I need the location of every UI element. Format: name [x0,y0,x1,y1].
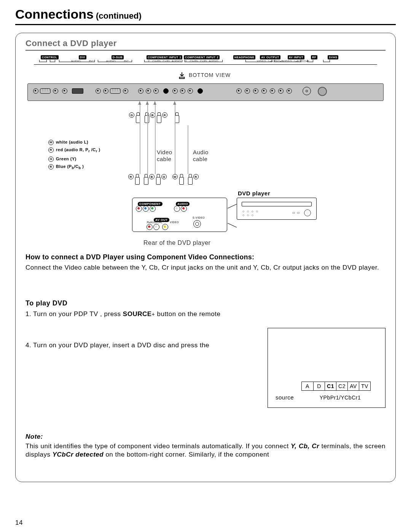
page-heading: Connections (continued) [15,7,396,25]
dvd-unit-illustration: ○ ○ ○ ○○ ○ ○ ▭ ▭ [237,198,317,220]
howto-text: Connect the Video cable between the Y, C… [25,264,386,272]
upper-plugs: G BR [129,112,180,125]
howto-section: How to connect a DVD Player using Compon… [25,253,386,272]
play-step-1: 1. Turn on your PDP TV , press SOURCE+ b… [25,310,386,318]
note-title: Note: [25,433,386,441]
note-text: This unit identifies the type of compone… [25,442,386,459]
source-cell: AV [347,382,359,390]
howto-title: How to connect a DVD Player using Compon… [25,253,386,261]
lower-plugs: R BG W R [128,174,199,186]
play-title: To play DVD [25,299,386,307]
source-cell: A [302,382,313,390]
dvd-player-label: DVD player [238,190,270,197]
signal-label: YPbPr1/YCbCr1 [306,395,374,401]
video-cable-label: Video cable [157,149,172,163]
source-cell: TV [359,382,370,390]
down-arrow-icon [178,71,186,80]
rear-caption: Rear of the DVD player [143,240,210,246]
source-cells-row: ADC1C2AVTV [301,382,371,391]
source-cell: C2 [336,382,347,390]
source-label: source [276,394,294,401]
bottom-view-label: BOTTOM VIEW [178,71,231,80]
top-underlines [34,60,377,64]
dvd-rear-panel: COMPONENT AUDIO AV OUT R•AUDIO•L VIDEO S… [132,198,227,232]
top-rule [34,64,377,65]
audio-cable-label: Audio cable [193,149,209,163]
title-main: Connections [15,7,94,21]
ports-strip [27,83,384,101]
osd-box: ADC1C2AVTV source YPbPr1/YCbCr1 [268,328,386,408]
content-panel: Connect a DVD player CONTROL DVIAUDIO PI… [15,33,396,482]
source-cell: D [313,382,325,390]
connection-diagram: CONTROL DVIAUDIO PIC D-SUBAUDIO PIC COMP… [25,54,386,252]
section-title: Connect a DVD player [25,38,386,51]
source-cell: C1 [325,382,336,390]
title-continued: (continued) [94,11,142,21]
note-section: Note: This unit identifies the type of c… [25,433,386,459]
cable-legend: Wwhite (audio L) Rred (audio R, Pr /Cr )… [48,138,100,172]
page-number: 14 [15,519,23,527]
